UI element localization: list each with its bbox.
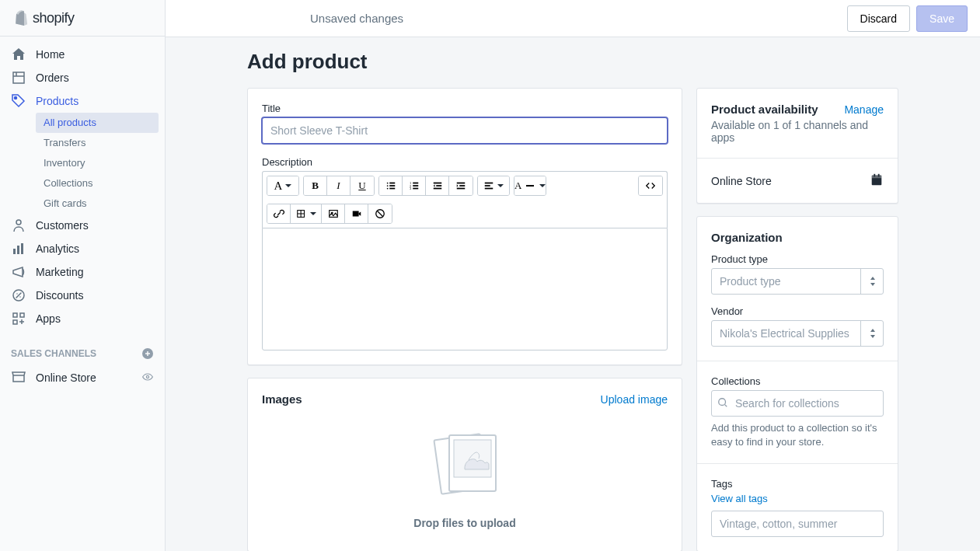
logo[interactable]: shopify xyxy=(0,0,165,37)
calendar-icon[interactable] xyxy=(870,173,884,189)
svg-rect-36 xyxy=(352,211,358,217)
description-editor[interactable] xyxy=(262,228,668,350)
svg-point-12 xyxy=(386,183,388,184)
orders-icon xyxy=(11,70,26,85)
outdent-button[interactable] xyxy=(426,176,449,195)
product-title-input[interactable] xyxy=(262,117,668,144)
bold-button[interactable]: B xyxy=(304,176,327,195)
show-html-button[interactable] xyxy=(639,176,662,195)
video-button[interactable] xyxy=(345,204,368,223)
svg-rect-9 xyxy=(13,320,17,324)
link-button[interactable] xyxy=(267,204,291,223)
discard-button[interactable]: Discard xyxy=(847,5,910,32)
svg-rect-24 xyxy=(433,183,441,184)
save-button[interactable]: Save xyxy=(916,5,968,32)
manage-availability-link[interactable]: Manage xyxy=(844,103,884,116)
svg-rect-17 xyxy=(389,188,395,190)
title-label: Title xyxy=(262,103,668,114)
discount-icon xyxy=(11,288,26,303)
image-dropzone[interactable]: Drop files to upload xyxy=(262,406,668,537)
tags-input[interactable] xyxy=(711,511,884,537)
svg-rect-26 xyxy=(433,188,441,190)
image-button[interactable] xyxy=(322,204,345,223)
subnav-inventory[interactable]: Inventory xyxy=(36,153,165,173)
svg-rect-7 xyxy=(13,313,17,317)
svg-text:3: 3 xyxy=(409,187,411,190)
shopify-icon xyxy=(12,9,28,26)
text-color-dropdown[interactable]: A xyxy=(514,176,546,195)
font-style-dropdown[interactable]: A xyxy=(267,176,298,195)
channel-label: Online Store xyxy=(36,371,96,384)
svg-rect-3 xyxy=(13,249,16,254)
svg-rect-5 xyxy=(21,243,23,254)
dropzone-illustration xyxy=(422,429,507,499)
subnav-transfers[interactable]: Transfers xyxy=(36,133,165,153)
clear-format-button[interactable] xyxy=(368,204,392,223)
product-type-label: Product type xyxy=(711,253,884,265)
rte-toolbar: A B I U 123 xyxy=(262,171,668,228)
table-dropdown[interactable] xyxy=(291,204,322,223)
logo-text: shopify xyxy=(33,10,75,26)
nav-label: Apps xyxy=(36,312,61,325)
svg-point-45 xyxy=(719,399,726,406)
eye-icon[interactable] xyxy=(141,371,154,385)
italic-button[interactable]: I xyxy=(327,176,350,195)
svg-rect-42 xyxy=(872,176,882,179)
channel-online-store[interactable]: Online Store xyxy=(0,366,165,389)
underline-button[interactable]: U xyxy=(350,176,374,195)
channel-name: Online Store xyxy=(711,175,772,187)
availability-subtext: Available on 1 of 1 channels and apps xyxy=(711,119,884,144)
svg-rect-43 xyxy=(874,174,875,177)
svg-rect-23 xyxy=(413,188,418,190)
nav-apps[interactable]: Apps xyxy=(0,307,165,330)
nav-marketing[interactable]: Marketing xyxy=(0,260,165,284)
search-icon xyxy=(717,397,728,410)
svg-point-11 xyxy=(146,375,148,378)
nav-discounts[interactable]: Discounts xyxy=(0,284,165,307)
align-dropdown[interactable] xyxy=(478,176,509,195)
svg-rect-15 xyxy=(389,185,395,187)
svg-rect-4 xyxy=(17,246,19,254)
nav-label: Home xyxy=(36,48,65,61)
svg-point-2 xyxy=(16,220,21,225)
collections-label: Collections xyxy=(711,375,884,387)
product-type-input[interactable] xyxy=(711,268,884,295)
main: Unsaved changes Discard Save Add product… xyxy=(166,0,980,551)
upload-image-link[interactable]: Upload image xyxy=(601,393,668,406)
nav-customers[interactable]: Customers xyxy=(0,214,165,237)
subnav-gift-cards[interactable]: Gift cards xyxy=(36,194,165,214)
svg-rect-28 xyxy=(459,185,465,187)
sales-channels-heading: SALES CHANNELS xyxy=(0,337,165,366)
indent-button[interactable] xyxy=(449,176,473,195)
svg-point-16 xyxy=(386,188,388,190)
number-list-button[interactable]: 123 xyxy=(403,176,426,195)
organization-card: Organization Product type Vendor xyxy=(696,216,898,551)
title-description-card: Title Description A B I U xyxy=(247,88,682,365)
svg-rect-19 xyxy=(413,183,418,184)
nav-analytics[interactable]: Analytics xyxy=(0,237,165,260)
plus-circle-icon[interactable] xyxy=(141,347,154,360)
nav-label: Customers xyxy=(36,219,89,232)
svg-rect-0 xyxy=(13,72,24,83)
topbar: Unsaved changes Discard Save xyxy=(166,0,980,37)
organization-heading: Organization xyxy=(711,231,884,244)
bullet-list-button[interactable] xyxy=(379,176,403,195)
svg-rect-31 xyxy=(485,185,490,187)
view-all-tags-link[interactable]: View all tags xyxy=(711,493,884,504)
nav-orders[interactable]: Orders xyxy=(0,66,165,89)
vendor-input[interactable] xyxy=(711,320,884,347)
collections-search-input[interactable] xyxy=(711,390,884,417)
page-title: Add product xyxy=(247,50,898,74)
collections-help-text: Add this product to a collection so it's… xyxy=(711,421,884,449)
nav-home[interactable]: Home xyxy=(0,43,165,66)
description-label: Description xyxy=(262,156,668,168)
primary-nav: Home Orders Products All products Transf… xyxy=(0,37,165,337)
products-subnav: All products Transfers Inventory Collect… xyxy=(0,113,165,214)
nav-products[interactable]: Products xyxy=(0,89,165,113)
availability-heading: Product availability xyxy=(711,103,818,116)
megaphone-icon xyxy=(11,264,26,280)
subnav-all-products[interactable]: All products xyxy=(36,113,159,133)
nav-label: Marketing xyxy=(36,266,83,278)
subnav-collections[interactable]: Collections xyxy=(36,173,165,194)
analytics-icon xyxy=(11,241,26,256)
